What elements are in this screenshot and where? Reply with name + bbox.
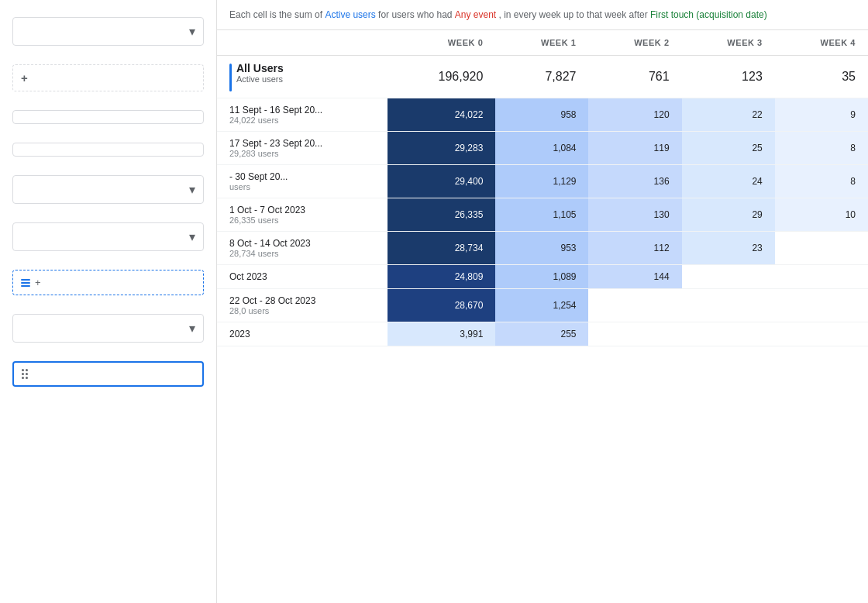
cohort-label-cell: 22 Oct - 28 Oct 2023 28,0 users	[217, 289, 388, 322]
info-any-event: Any event	[455, 9, 496, 20]
cohort-inclusion-section	[12, 105, 204, 124]
chevron-down-icon: ▾	[189, 24, 195, 39]
cohort-granularity-dropdown[interactable]: ▾	[12, 175, 204, 204]
all-users-week1: 7,827	[495, 56, 588, 98]
cohort-cell-r2-w1: 1,129	[495, 165, 588, 198]
chevron-down-icon-rows: ▾	[189, 321, 195, 336]
info-first-touch: First touch (acquisition date)	[650, 9, 767, 20]
cohort-label-cell: 11 Sept - 16 Sept 20... 24,022 users	[217, 98, 388, 132]
calculation-dropdown[interactable]: ▾	[12, 222, 204, 251]
col-header-week1: WEEK 1	[495, 30, 588, 56]
cohort-cell-r6-w1: 1,254	[495, 289, 588, 322]
cohort-cell-r7-w0: 3,991	[388, 322, 495, 346]
cohort-cell-r6-w0: 28,670	[388, 289, 495, 322]
col-header-week3: WEEK 3	[682, 30, 775, 56]
cohort-cell-r3-w2: 130	[588, 198, 681, 232]
all-users-sub: Active users	[236, 74, 284, 84]
cohort-cell-r0-w0: 24,022	[388, 98, 495, 132]
table-row: 8 Oct - 14 Oct 2023 28,734 users 28,7349…	[217, 232, 868, 265]
table-row: 17 Sept - 23 Sept 20... 29,283 users 29,…	[217, 132, 868, 165]
col-header-label	[217, 30, 388, 56]
cohort-cell-r4-w2: 112	[588, 232, 681, 265]
cohort-cell-r1-w4: 8	[775, 132, 868, 165]
cohort-cell-r2-w3: 24	[682, 165, 775, 198]
cohort-cell-r4-w3: 23	[682, 232, 775, 265]
breakdown-section: +	[12, 265, 204, 295]
cohort-label-cell: 8 Oct - 14 Oct 2023 28,734 users	[217, 232, 388, 265]
blue-bar-indicator	[229, 64, 232, 91]
breakdown-add-button[interactable]: +	[12, 270, 204, 295]
cohort-inclusion-dropdown[interactable]	[12, 110, 204, 124]
table-header-row: WEEK 0 WEEK 1 WEEK 2 WEEK 3 WEEK 4	[217, 30, 868, 56]
all-users-week4: 35	[775, 56, 868, 98]
cohort-cell-r3-w3: 29	[682, 198, 775, 232]
cohort-label-cell: 2023	[217, 322, 388, 346]
cohort-cell-r7-w2	[588, 322, 681, 346]
cohort-cell-r0-w4: 9	[775, 98, 868, 132]
cohort-cell-r7-w4	[775, 322, 868, 346]
cohort-cell-r7-w3	[682, 322, 775, 346]
info-text-3: , in every week up to that week after	[499, 9, 650, 20]
cohort-cell-r0-w3: 22	[682, 98, 775, 132]
info-active-users: Active users	[325, 9, 375, 20]
dimension-icon	[21, 279, 30, 287]
table-row: Oct 2023 24,8091,089144	[217, 265, 868, 289]
cohort-label-cell: Oct 2023	[217, 265, 388, 289]
return-criteria-dropdown[interactable]	[12, 143, 204, 157]
cohort-cell-r5-w3	[682, 265, 775, 289]
cohort-granularity-section: ▾	[12, 171, 204, 204]
cohort-cell-r6-w2	[588, 289, 681, 322]
table-row: - 30 Sept 20... users 29,4001,129136248	[217, 165, 868, 198]
cohort-cell-r3-w1: 1,105	[495, 198, 588, 232]
cohort-cell-r5-w2: 144	[588, 265, 681, 289]
cohort-cell-r3-w4: 10	[775, 198, 868, 232]
cohort-cell-r0-w1: 958	[495, 98, 588, 132]
cohort-table: WEEK 0 WEEK 1 WEEK 2 WEEK 3 WEEK 4 All U…	[217, 30, 868, 346]
cohort-cell-r5-w4	[775, 265, 868, 289]
plus-icon-breakdown: +	[35, 277, 41, 288]
table-row-all-users: All Users Active users 196,920 7,827 761…	[217, 56, 868, 98]
table-row: 22 Oct - 28 Oct 2023 28,0 users 28,6701,…	[217, 289, 868, 322]
all-users-week0: 196,920	[388, 56, 495, 98]
chevron-down-icon-granularity: ▾	[189, 182, 195, 197]
cohort-cell-r1-w3: 25	[682, 132, 775, 165]
technique-dropdown[interactable]: ▾	[12, 17, 204, 46]
cohort-cell-r1-w1: 1,084	[495, 132, 588, 165]
all-users-name: All Users	[236, 62, 284, 74]
col-header-week2: WEEK 2	[588, 30, 681, 56]
chevron-down-icon-calculation: ▾	[189, 229, 195, 244]
cohort-cell-r5-w0: 24,809	[388, 265, 495, 289]
all-users-week2: 761	[588, 56, 681, 98]
cohort-cell-r6-w4	[775, 289, 868, 322]
cohort-cell-r7-w1: 255	[495, 322, 588, 346]
add-segment-button[interactable]: +	[12, 64, 204, 91]
cohort-table-container: WEEK 0 WEEK 1 WEEK 2 WEEK 3 WEEK 4 All U…	[217, 30, 868, 603]
rows-per-dimension-dropdown[interactable]: ▾	[12, 314, 204, 343]
col-header-week0: WEEK 0	[388, 30, 495, 56]
main-content: Each cell is the sum of Active users for…	[217, 0, 868, 603]
cohort-cell-r1-w0: 29,283	[388, 132, 495, 165]
cohort-cell-r2-w2: 136	[588, 165, 681, 198]
cohort-cell-r4-w0: 28,734	[388, 232, 495, 265]
table-row: 1 Oct - 7 Oct 2023 26,335 users 26,3351,…	[217, 198, 868, 232]
all-users-week3: 123	[682, 56, 775, 98]
cohort-label-cell: 17 Sept - 23 Sept 20... 29,283 users	[217, 132, 388, 165]
values-chip[interactable]	[12, 361, 204, 387]
grip-icon	[22, 369, 28, 379]
values-section	[12, 357, 204, 387]
info-text-1: Each cell is the sum of	[229, 9, 325, 20]
cohort-label-cell: 1 Oct - 7 Oct 2023 26,335 users	[217, 198, 388, 232]
sidebar: ▾ + ▾ ▾	[0, 0, 217, 603]
calculation-section: ▾	[12, 218, 204, 251]
cohort-cell-r1-w2: 119	[588, 132, 681, 165]
cohort-cell-r4-w1: 953	[495, 232, 588, 265]
cohort-cell-r0-w2: 120	[588, 98, 681, 132]
table-row: 11 Sept - 16 Sept 20... 24,022 users 24,…	[217, 98, 868, 132]
info-text-2: for users who had	[378, 9, 455, 20]
info-bar: Each cell is the sum of Active users for…	[217, 0, 868, 30]
technique-section: ▾	[12, 12, 204, 46]
rows-per-dimension-section: ▾	[12, 309, 204, 343]
plus-icon: +	[21, 71, 28, 84]
segment-comparisons-section: +	[12, 60, 204, 91]
table-row: 2023 3,991255	[217, 322, 868, 346]
